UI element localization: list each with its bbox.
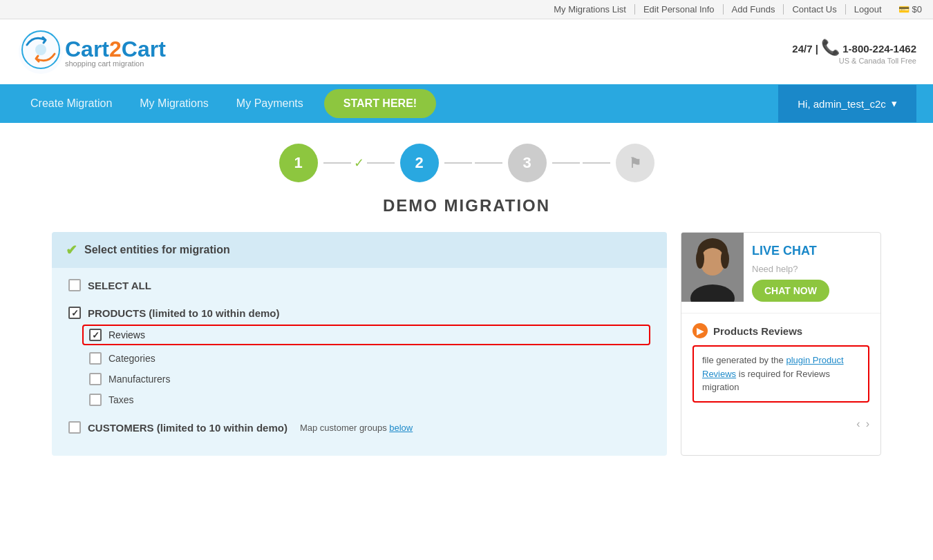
taxes-row: Taxes <box>68 389 650 410</box>
customers-group: CUSTOMERS (limited to 10 within demo) Ma… <box>68 416 650 439</box>
wallet-icon: 💳 <box>898 4 910 15</box>
manufacturers-row: Manufacturers <box>68 369 650 389</box>
orange-arrow-icon: ▶ <box>692 323 708 338</box>
step-connector-2 <box>444 162 502 164</box>
info-nav-arrows: ‹ › <box>681 412 880 436</box>
user-greeting: Hi, admin_test_c2c <box>798 98 886 110</box>
svg-point-7 <box>696 249 704 269</box>
step-connector-1: ✓ <box>323 155 395 171</box>
live-chat-header: LIVE CHAT Need help? CHAT NOW <box>681 233 880 313</box>
logo-text-area: Cart2Cart shopping cart migration <box>65 37 166 68</box>
manufacturers-checkbox[interactable] <box>89 373 102 385</box>
content-wrapper: ✔ Select entities for migration SELECT A… <box>17 232 916 483</box>
right-panel: LIVE CHAT Need help? CHAT NOW ▶ Products… <box>681 232 881 456</box>
info-box: file generated by the plugin Product Rev… <box>692 345 869 403</box>
logo-text: Cart2Cart <box>65 37 166 62</box>
products-label: PRODUCTS (limited to 10 within demo) <box>88 307 280 319</box>
logo-area: Cart2Cart shopping cart migration <box>17 28 166 76</box>
step-connector-3 <box>552 162 610 164</box>
customers-label: CUSTOMERS (limited to 10 within demo) <box>88 422 288 434</box>
step-1: 1 <box>279 144 318 182</box>
svg-point-8 <box>721 249 729 269</box>
next-arrow[interactable]: › <box>866 418 869 430</box>
info-section: ▶ Products Reviews file generated by the… <box>681 313 880 412</box>
balance-amount: $0 <box>912 4 922 15</box>
agent-avatar <box>681 233 744 302</box>
step-line <box>444 162 472 164</box>
create-migration-nav[interactable]: Create Migration <box>17 85 126 122</box>
below-link[interactable]: below <box>389 423 413 433</box>
manufacturers-label: Manufacturers <box>109 374 170 385</box>
reviews-label: Reviews <box>109 329 145 340</box>
select-all-checkbox[interactable] <box>68 279 81 291</box>
phone-number: 1-800-224-1462 <box>842 43 916 55</box>
panel-header: ✔ Select entities for migration <box>52 232 667 268</box>
top-navigation: My Migrations List Edit Personal Info Ad… <box>0 0 933 19</box>
my-migrations-list-link[interactable]: My Migrations List <box>545 4 635 15</box>
categories-row: Categories <box>68 348 650 369</box>
prev-arrow[interactable]: ‹ <box>856 418 860 430</box>
reviews-checkbox[interactable] <box>89 329 102 341</box>
categories-checkbox[interactable] <box>89 352 102 365</box>
products-checkbox[interactable] <box>68 307 81 319</box>
left-panel: ✔ Select entities for migration SELECT A… <box>52 232 667 456</box>
svg-point-1 <box>35 44 46 55</box>
info-section-title: Products Reviews <box>713 325 802 337</box>
logo-icon <box>17 28 65 76</box>
taxes-label: Taxes <box>109 394 134 405</box>
user-menu[interactable]: Hi, admin_test_c2c ▾ <box>778 85 916 122</box>
products-entity: PRODUCTS (limited to 10 within demo) <box>68 301 650 325</box>
chat-now-button[interactable]: CHAT NOW <box>752 280 829 302</box>
site-header: Cart2Cart shopping cart migration 24/7 |… <box>0 19 933 84</box>
step-line <box>475 162 502 164</box>
add-funds-link[interactable]: Add Funds <box>724 4 784 15</box>
info-title-row: ▶ Products Reviews <box>692 323 869 338</box>
products-group: PRODUCTS (limited to 10 within demo) Rev… <box>68 301 650 410</box>
select-all-row: SELECT ALL <box>68 279 650 291</box>
my-migrations-nav[interactable]: My Migrations <box>126 85 223 122</box>
wallet-balance: 💳 $0 <box>890 4 922 15</box>
categories-label: Categories <box>109 353 156 364</box>
select-all-label: SELECT ALL <box>88 280 151 291</box>
step-2: 2 <box>400 144 439 182</box>
customers-checkbox[interactable] <box>68 421 81 434</box>
panel-body: SELECT ALL PRODUCTS (limited to 10 withi… <box>52 268 667 456</box>
step-3: 3 <box>508 144 547 182</box>
step-line <box>552 162 580 164</box>
check-icon: ✓ <box>354 155 364 171</box>
step-line <box>583 162 610 164</box>
step-line <box>323 162 351 164</box>
contact-us-link[interactable]: Contact Us <box>784 4 845 15</box>
phone-icon: 📞 <box>821 39 840 56</box>
live-chat-subtitle: Need help? <box>752 264 872 274</box>
panel-header-title: Select entities for migration <box>84 244 230 256</box>
taxes-checkbox[interactable] <box>89 394 102 406</box>
toll-free-text: US & Canada Toll Free <box>792 57 916 65</box>
live-chat-info: LIVE CHAT Need help? CHAT NOW <box>744 233 880 313</box>
step-flag: ⚑ <box>616 144 654 182</box>
live-chat-title: LIVE CHAT <box>752 244 872 258</box>
availability-text: 24/7 | 📞 1-800-224-1462 <box>792 39 916 57</box>
step-line <box>367 162 395 164</box>
agent-photo <box>681 233 744 302</box>
logout-link[interactable]: Logout <box>846 4 890 15</box>
start-here-button[interactable]: START HERE! <box>324 89 436 118</box>
edit-personal-info-link[interactable]: Edit Personal Info <box>635 4 724 15</box>
my-payments-nav[interactable]: My Payments <box>223 85 317 122</box>
phone-area: 24/7 | 📞 1-800-224-1462 US & Canada Toll… <box>792 39 916 65</box>
info-text-pre: file generated by the <box>702 355 786 365</box>
main-navigation: Create Migration My Migrations My Paymen… <box>0 84 933 123</box>
progress-steps: 1 ✓ 2 3 ⚑ <box>0 123 933 196</box>
customers-entity: CUSTOMERS (limited to 10 within demo) Ma… <box>68 416 650 439</box>
chevron-down-icon: ▾ <box>892 97 897 110</box>
customer-groups-note: Map customer groups below <box>300 423 413 433</box>
page-title: DEMO MIGRATION <box>0 196 933 215</box>
reviews-row: Reviews <box>82 325 650 345</box>
shield-check-icon: ✔ <box>66 242 77 258</box>
